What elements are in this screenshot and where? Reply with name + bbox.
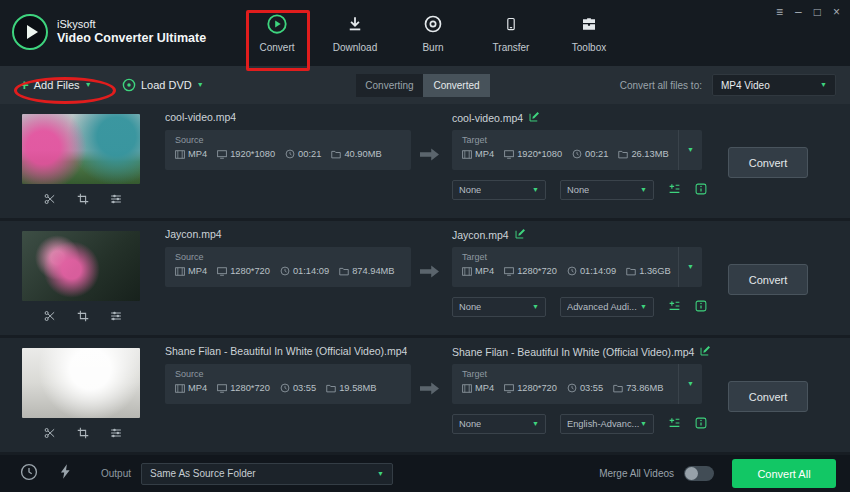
add-track-button[interactable] (668, 298, 681, 316)
format-info: MP4 (462, 266, 494, 276)
tab-toolbox[interactable]: Toolbox (550, 0, 628, 66)
output-format-dropdown[interactable]: MP4 Video ▼ (712, 74, 836, 96)
close-button[interactable]: × (833, 6, 840, 18)
trim-button[interactable] (44, 191, 56, 209)
edit-name-button[interactable] (529, 111, 540, 124)
schedule-button[interactable] (20, 463, 38, 485)
target-format-dropdown-button[interactable]: ▼ (678, 364, 702, 404)
edit-name-button[interactable] (515, 228, 526, 241)
crop-icon (77, 191, 89, 209)
add-files-button[interactable]: + Add Files ▼ (20, 75, 92, 95)
tab-burn[interactable]: Burn (394, 0, 472, 66)
track-options: None ▼ None ▼ (452, 180, 707, 200)
target-meta: MP4 1280*720 01:14:09 1.36GB (462, 266, 668, 276)
convert-button[interactable]: Convert (728, 381, 808, 412)
effects-button[interactable] (110, 191, 122, 209)
arrow-right-icon (420, 382, 439, 395)
film-icon (462, 267, 472, 276)
subtitle-dropdown[interactable]: None ▼ (452, 180, 546, 200)
lightning-icon (60, 464, 71, 483)
chevron-down-icon: ▼ (532, 186, 539, 194)
chevron-down-icon: ▼ (640, 420, 647, 428)
video-thumbnail[interactable] (22, 348, 140, 418)
display-icon (504, 267, 514, 276)
size-info: 26.13MB (618, 149, 668, 159)
convert-all-button[interactable]: Convert All (732, 459, 836, 488)
info-button[interactable] (695, 181, 707, 199)
convert-button[interactable]: Convert (728, 264, 808, 295)
video-thumbnail[interactable] (22, 114, 140, 184)
trim-button[interactable] (44, 425, 56, 443)
effects-button[interactable] (110, 308, 122, 326)
target-format-dropdown-button[interactable]: ▼ (678, 130, 702, 170)
duration-info: 03:55 (280, 383, 316, 393)
tab-download[interactable]: Download (316, 0, 394, 66)
tab-label: Toolbox (572, 42, 606, 53)
merge-toggle[interactable] (684, 466, 714, 481)
toggle-knob (685, 467, 698, 480)
display-icon (504, 384, 514, 393)
target-name: Jaycon.mp4 (452, 228, 526, 241)
tab-converted[interactable]: Converted (423, 74, 490, 97)
crop-button[interactable] (77, 308, 89, 326)
film-icon (175, 384, 185, 393)
crop-icon (77, 308, 89, 326)
video-thumbnail[interactable] (22, 231, 140, 301)
brand: iSkysoft Video Converter Ultimate (12, 14, 206, 50)
crop-button[interactable] (77, 425, 89, 443)
clock-icon (280, 383, 290, 393)
target-name: Shane Filan - Beautiful In White (Offici… (452, 345, 711, 358)
target-file-name: Shane Filan - Beautiful In White (Offici… (452, 346, 694, 358)
source-panel: Source MP4 1280*720 01:14:09 (165, 247, 411, 287)
footer-bar: Output Same As Source Folder ▼ Merge All… (0, 455, 850, 492)
target-panel-main: Target MP4 1280*720 03:55 (452, 364, 678, 404)
subtitle-dropdown[interactable]: None ▼ (452, 414, 546, 434)
clock-icon (20, 463, 38, 485)
target-format-dropdown-button[interactable]: ▼ (678, 247, 702, 287)
track-options: None ▼ Advanced Audi... ▼ (452, 297, 707, 317)
output-format-value: MP4 Video (721, 80, 770, 91)
file-row: cool-video.mp4 Source MP4 1920*1080 00:2… (0, 104, 850, 221)
load-dvd-button[interactable]: Load DVD ▼ (122, 75, 204, 95)
tab-transfer[interactable]: Transfer (472, 0, 550, 66)
chevron-down-icon: ▼ (687, 380, 694, 388)
audio-dropdown[interactable]: None ▼ (560, 180, 654, 200)
output-folder-dropdown[interactable]: Same As Source Folder ▼ (141, 463, 393, 485)
source-panel: Source MP4 1920*1080 00:21 (165, 130, 411, 170)
add-track-button[interactable] (668, 181, 681, 199)
tab-convert[interactable]: Convert (238, 0, 316, 66)
minimize-button[interactable]: – (795, 6, 802, 18)
maximize-button[interactable]: □ (814, 6, 821, 18)
target-meta: MP4 1920*1080 00:21 26.13MB (462, 149, 668, 159)
info-button[interactable] (695, 298, 707, 316)
info-button[interactable] (695, 415, 707, 433)
high-speed-button[interactable] (60, 464, 71, 483)
subtitle-dropdown[interactable]: None ▼ (452, 297, 546, 317)
audio-dropdown[interactable]: Advanced Audi... ▼ (560, 297, 654, 317)
menu-button[interactable]: ≡ (776, 6, 783, 18)
clock-icon (567, 383, 577, 393)
track-options: None ▼ English-Advanc... ▼ (452, 414, 707, 434)
disc-icon (423, 13, 443, 35)
chevron-down-icon: ▼ (640, 186, 647, 194)
duration-info: 01:14:09 (567, 266, 616, 276)
clock-icon (280, 266, 290, 276)
film-icon (462, 384, 472, 393)
edit-name-button[interactable] (700, 345, 711, 358)
trim-button[interactable] (44, 308, 56, 326)
plus-list-icon (668, 415, 681, 433)
audio-dropdown[interactable]: English-Advanc... ▼ (560, 414, 654, 434)
size-info: 19.58MB (326, 383, 376, 393)
convert-button[interactable]: Convert (728, 147, 808, 178)
resolution-info: 1280*720 (504, 266, 557, 276)
sliders-icon (110, 191, 122, 209)
window-controls: ≡ – □ × (776, 6, 840, 18)
effects-button[interactable] (110, 425, 122, 443)
crop-button[interactable] (77, 191, 89, 209)
output-folder-value: Same As Source Folder (150, 468, 256, 479)
tab-converting[interactable]: Converting (356, 74, 423, 97)
toolbox-icon (579, 13, 599, 35)
add-track-button[interactable] (668, 415, 681, 433)
scissors-icon (44, 308, 56, 326)
target-panel-main: Target MP4 1920*1080 00:21 (452, 130, 678, 170)
